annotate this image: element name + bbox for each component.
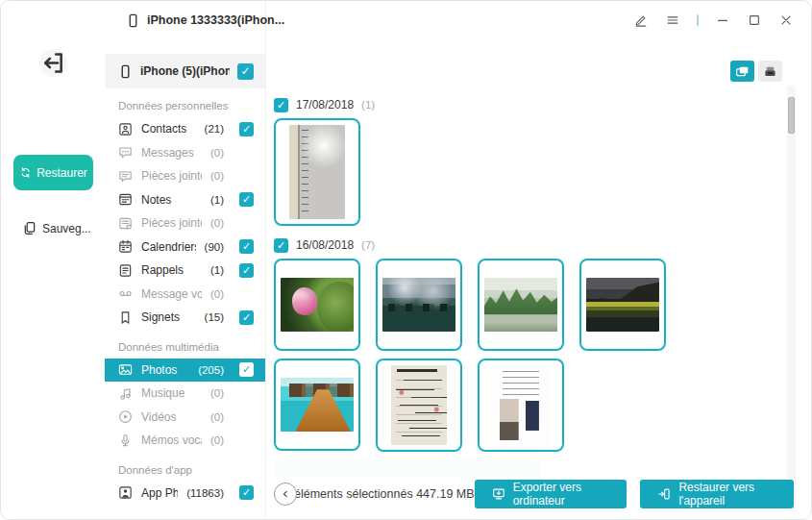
category-checkbox[interactable]: ✓ (239, 310, 254, 325)
photo-image (586, 278, 659, 332)
category-count: (0) (210, 170, 224, 182)
menu-lines-icon[interactable] (665, 12, 680, 28)
category-count: (0) (210, 387, 224, 399)
sidebar-item-signets[interactable]: Signets(15)✓ (105, 306, 265, 330)
close-icon[interactable] (778, 12, 794, 28)
category-label: App Photos (141, 486, 178, 500)
messages-icon (118, 145, 133, 160)
sidebar-item-calendriers[interactable]: Calendriers(90)✓ (105, 235, 265, 260)
section-label: Données d'app (105, 453, 265, 482)
sidebar-item-pi-ces-jointes-de-[interactable]: Pièces jointes de...(0) (105, 211, 265, 235)
photo-thumbnail[interactable] (274, 359, 360, 451)
window-title: iPhone 1333333(iPhon... (126, 1, 284, 39)
photo-image (281, 378, 354, 432)
category-checkbox[interactable]: ✓ (239, 362, 254, 377)
category-count: (90) (205, 241, 224, 253)
bookmarks-icon (118, 310, 133, 325)
voice-memo-icon (118, 433, 133, 448)
category-count: (11863) (186, 487, 224, 499)
grid-view-icon[interactable] (730, 61, 754, 82)
maximize-icon[interactable] (747, 12, 762, 28)
music-icon (118, 386, 133, 401)
category-label: Musique (141, 386, 202, 400)
scrollbar-track[interactable] (787, 86, 796, 511)
photo-thumbnail[interactable] (579, 259, 666, 351)
window-title-text: iPhone 1333333(iPhon... (147, 13, 284, 27)
category-count: (0) (210, 217, 224, 229)
device-view-icon[interactable] (758, 61, 782, 82)
footer-bar: éléments sélectionnés 447.19 MB Exporter… (274, 479, 794, 509)
photo-image (493, 365, 549, 445)
category-label: Rappels (141, 263, 202, 277)
photos-icon (118, 362, 133, 377)
photo-thumbnail[interactable] (376, 259, 462, 351)
category-label: Pièces jointes de... (141, 216, 202, 230)
sidebar-item-m-mos-vocaux[interactable]: Mémos vocaux(0) (105, 429, 265, 453)
photo-thumbnail[interactable] (274, 118, 360, 226)
sidebar-item-message-vocal[interactable]: Message vocal(0) (105, 283, 265, 307)
backup-mode-label: Sauveg... (42, 222, 91, 235)
back-exit-icon[interactable] (39, 49, 67, 77)
photo-thumbnail[interactable] (376, 359, 462, 452)
backup-mode-button[interactable]: Sauveg... (22, 221, 91, 235)
export-to-computer-button[interactable]: Exporter vers ordinateur (475, 480, 627, 508)
category-checkbox[interactable]: ✓ (239, 122, 254, 136)
category-checkbox[interactable]: ✓ (239, 239, 254, 254)
selection-summary: éléments sélectionnés 447.19 MB (294, 487, 475, 501)
sidebar-item-musique[interactable]: Musique(0) (105, 382, 265, 406)
photo-image (391, 365, 447, 445)
category-label: Signets (141, 310, 196, 324)
minimize-icon[interactable] (715, 12, 730, 28)
section-label: Données personnelles (105, 88, 265, 117)
calendar-icon (118, 239, 133, 254)
photo-thumbnail[interactable] (274, 259, 360, 351)
notes-attachment-icon (118, 216, 133, 231)
restore-mode-button[interactable]: Restaurer (13, 155, 93, 190)
date-checkbox[interactable]: ✓ (274, 98, 288, 112)
sidebar-item-contacts[interactable]: Contacts(21)✓ (105, 117, 265, 141)
sidebar-item-rappels[interactable]: Rappels(1)✓ (105, 259, 265, 283)
category-count: (0) (210, 288, 224, 300)
category-label: Mémos vocaux (141, 433, 202, 447)
category-count: (205) (198, 364, 224, 376)
notes-icon (118, 192, 133, 207)
category-checkbox[interactable]: ✓ (239, 192, 254, 207)
sidebar-item-notes[interactable]: Notes(1)✓ (105, 188, 265, 212)
edit-icon[interactable] (633, 12, 649, 28)
chevron-left-icon[interactable] (274, 483, 297, 506)
left-rail: Restaurer Sauveg... (1, 1, 106, 519)
category-label: Vidéos (141, 410, 202, 424)
thumbnail-row (274, 118, 778, 234)
contacts-icon (118, 122, 133, 136)
category-label: Photos (141, 363, 189, 377)
thumbnail-row (274, 259, 778, 477)
scrollbar-thumb[interactable] (788, 97, 795, 134)
restore-device-icon (657, 487, 671, 501)
category-checkbox[interactable]: ✓ (239, 263, 254, 278)
photo-thumbnail[interactable] (478, 359, 564, 452)
device-selector[interactable]: iPhone (5)(iPhone... ✓ (105, 54, 265, 88)
photo-image (289, 125, 345, 219)
category-checkbox-empty (239, 433, 254, 448)
sidebar-item-messages[interactable]: Messages(0) (105, 141, 265, 165)
sidebar-item-vid-os[interactable]: Vidéos(0) (105, 406, 265, 430)
category-count: (1) (210, 194, 224, 206)
category-checkbox[interactable]: ✓ (239, 485, 254, 500)
photo-thumbnail[interactable] (478, 259, 564, 351)
device-checkbox[interactable]: ✓ (237, 63, 254, 80)
sidebar-item-photos[interactable]: Photos(205)✓ (105, 359, 265, 383)
category-label: Message vocal (141, 287, 202, 301)
sidebar-item-pi-ces-jointes-de-[interactable]: Pièces jointes de...(0) (105, 164, 265, 188)
section-label: Données multimédia (105, 330, 265, 359)
date-checkbox[interactable]: ✓ (274, 238, 288, 253)
category-label: Notes (141, 193, 202, 207)
sidebar-item-app-photos[interactable]: App Photos(11863)✓ (105, 482, 265, 506)
date-group-header: ✓17/08/2018(1) (274, 93, 778, 116)
category-sidebar: iPhone (5)(iPhone... ✓ Données personnel… (105, 1, 266, 519)
photo-image (382, 278, 455, 332)
reminders-icon (118, 263, 133, 278)
category-label: Calendriers (141, 240, 196, 254)
category-checkbox-empty (239, 216, 254, 231)
restore-to-device-button[interactable]: Restaurer vers l'appareil (640, 480, 794, 508)
category-count: (0) (210, 434, 224, 446)
